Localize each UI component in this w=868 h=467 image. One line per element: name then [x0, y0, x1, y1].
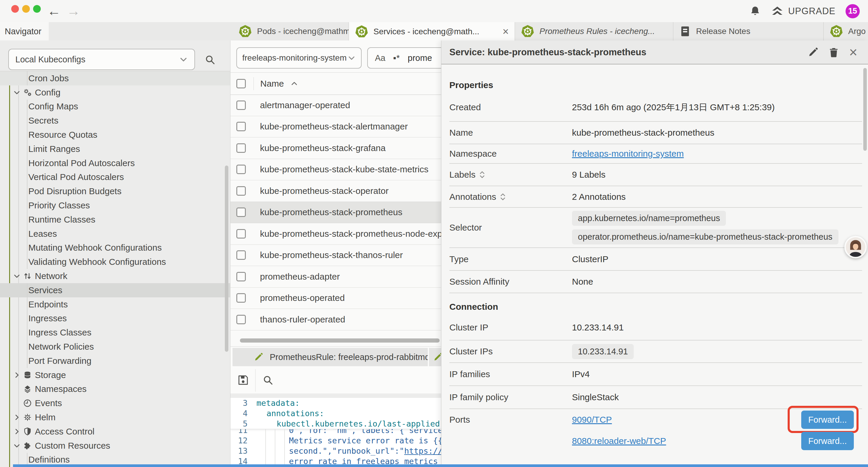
table-row[interactable]: kube-prometheus-stack-operator — [230, 180, 441, 202]
filter-input[interactable]: Aa ▪* prome — [367, 47, 441, 68]
sort-ascending-icon[interactable] — [290, 80, 298, 87]
sidebar-item[interactable]: Events — [0, 396, 230, 410]
row-checkbox[interactable] — [236, 122, 246, 131]
port-link-9090[interactable]: 9090/TCP — [572, 415, 612, 425]
sidebar-item[interactable]: Services — [0, 283, 230, 297]
row-checkbox[interactable] — [236, 250, 246, 260]
editor-line: 5 kubectl.kubernetes.io/last-applied-co — [230, 418, 441, 429]
tab-pods[interactable]: Pods - icecheng@mathmas... — [232, 22, 349, 40]
sidebar-item[interactable]: Ingresses — [0, 312, 230, 326]
row-checkbox[interactable] — [236, 272, 246, 282]
row-checkbox[interactable] — [236, 315, 246, 324]
match-case-toggle[interactable]: Aa — [375, 53, 385, 63]
table-row[interactable]: alertmanager-operated — [230, 95, 441, 116]
sidebar-item[interactable]: Secrets — [0, 114, 230, 128]
row-checkbox[interactable] — [236, 207, 246, 217]
kubernetes-icon — [239, 25, 252, 38]
namespace-selector[interactable]: freeleaps-monitoring-system — [236, 47, 362, 68]
regex-toggle[interactable]: ▪* — [393, 53, 400, 63]
sidebar-item[interactable]: Endpoints — [0, 297, 230, 312]
namespace-link[interactable]: freeleaps-monitoring-system — [572, 149, 684, 159]
row-checkbox[interactable] — [236, 293, 246, 303]
yaml-editor[interactable]: 3 metadata: 4 annotations: 5 kubectl.kub… — [230, 394, 441, 467]
row-checkbox[interactable] — [236, 165, 246, 174]
window-zoom-button[interactable] — [33, 5, 41, 13]
selector-chip: app.kubernetes.io/name=prometheus — [572, 211, 726, 226]
tab-argo[interactable]: Argo Se — [824, 22, 868, 40]
sidebar-item[interactable]: Horizontal Pod Autoscalers — [0, 156, 230, 170]
back-button[interactable]: ← — [47, 1, 61, 21]
detail-body: Properties Created 253d 16h 6m ago (2025… — [441, 65, 868, 467]
table-row[interactable]: kube-prometheus-stack-grafana — [230, 138, 441, 159]
close-icon[interactable]: × — [849, 47, 857, 58]
table-row[interactable]: prometheus-operated — [230, 288, 441, 309]
sidebar-item[interactable]: Port Forwarding — [0, 354, 230, 368]
row-checkbox[interactable] — [236, 186, 246, 196]
kubeconfig-selector[interactable]: Local Kubeconfigs — [8, 49, 195, 70]
expand-collapse-icon[interactable] — [479, 170, 486, 179]
notification-count-badge[interactable]: 15 — [845, 4, 860, 18]
editor-search-icon[interactable] — [262, 375, 274, 386]
titlebar: ← → UPGRADE 15 — [0, 0, 868, 23]
bottom-highlight-bar — [13, 464, 868, 467]
table-row[interactable]: kube-prometheus-stack-kube-state-metrics — [230, 159, 441, 181]
row-checkbox[interactable] — [236, 229, 246, 238]
table-row[interactable]: prometheus-adapter — [230, 266, 441, 288]
sidebar-item[interactable]: Access Control — [0, 425, 230, 439]
row-checkbox[interactable] — [236, 143, 246, 153]
table-row[interactable]: kube-prometheus-stack-prometheus-node-ex… — [230, 223, 441, 245]
navigator-panel-tab[interactable]: Navigator — [0, 22, 49, 41]
sidebar-item[interactable]: Helm — [0, 410, 230, 425]
expand-collapse-icon[interactable] — [500, 193, 506, 201]
sidebar-item[interactable]: Namespaces — [0, 382, 230, 396]
port-link-8080[interactable]: 8080:reloader-web/TCP — [572, 436, 666, 446]
editor-link[interactable]: https://net — [404, 446, 441, 456]
forward-button[interactable]: Forward... — [801, 411, 854, 429]
navigator-title: Navigator — [5, 27, 41, 36]
editor-tab-clipped[interactable] — [429, 348, 441, 366]
sidebar-item[interactable]: Config Maps — [0, 99, 230, 114]
save-icon[interactable] — [237, 374, 249, 386]
sidebar-item[interactable]: Custom Resources — [0, 439, 230, 453]
window-close-button[interactable] — [11, 5, 19, 13]
sidebar-item[interactable]: Vertical Pod Autoscalers — [0, 170, 230, 184]
table-row[interactable]: kube-prometheus-stack-alertmanager — [230, 116, 441, 138]
upgrade-button[interactable]: UPGRADE — [771, 5, 836, 18]
editor-tab-prometheusrule[interactable]: PrometheusRule: freeleaps-prod-rabbitmq — [232, 348, 428, 366]
tab-services[interactable]: Services - icecheng@math... × — [349, 22, 515, 41]
sidebar-item[interactable]: Runtime Classes — [0, 212, 230, 227]
sidebar-item[interactable]: Network Policies — [0, 340, 230, 354]
sidebar-item[interactable]: Validating Webhook Configurations — [0, 255, 230, 269]
sidebar-item[interactable]: Network — [0, 269, 230, 283]
table-row[interactable]: kube-prometheus-stack-thanos-ruler — [230, 245, 441, 266]
table-row[interactable]: thanos-ruler-operated — [230, 309, 441, 330]
sidebar-item[interactable]: Resource Quotas — [0, 128, 230, 142]
sidebar-item[interactable]: Config — [0, 85, 230, 99]
tab-prometheus-rules[interactable]: Prometheus Rules - icecheng... — [515, 22, 673, 40]
table-row[interactable]: kube-prometheus-stack-prometheus — [230, 202, 441, 224]
sidebar-item[interactable]: Mutating Webhook Configurations — [0, 241, 230, 255]
sidebar-search-icon[interactable] — [205, 54, 216, 65]
sidebar-scrollbar[interactable] — [225, 166, 228, 352]
window-minimize-button[interactable] — [22, 5, 30, 13]
horizontal-scrollbar[interactable] — [240, 339, 440, 343]
sidebar-item[interactable]: Leases — [0, 227, 230, 241]
forward-button[interactable]: → — [67, 1, 80, 21]
user-avatar[interactable] — [844, 236, 867, 258]
select-all-checkbox[interactable] — [236, 79, 246, 88]
tab-release-notes[interactable]: Release Notes — [673, 22, 824, 40]
name-column-header[interactable]: Name — [260, 79, 284, 89]
edit-icon[interactable] — [808, 47, 818, 58]
sidebar-item[interactable]: Priority Classes — [0, 198, 230, 212]
sidebar-item[interactable]: Storage — [0, 368, 230, 382]
sidebar-item[interactable]: Ingress Classes — [0, 325, 230, 340]
sidebar-item[interactable]: Cron Jobs — [0, 71, 230, 85]
sidebar-item[interactable]: Pod Disruption Budgets — [0, 184, 230, 198]
sidebar-item[interactable]: Limit Ranges — [0, 142, 230, 156]
tab-close-icon[interactable]: × — [497, 25, 509, 38]
forward-button[interactable]: Forward... — [801, 432, 854, 450]
notifications-bell-icon[interactable] — [749, 5, 761, 17]
row-checkbox[interactable] — [236, 100, 246, 110]
delete-icon[interactable] — [829, 47, 839, 58]
detail-scrollbar[interactable] — [863, 68, 867, 151]
